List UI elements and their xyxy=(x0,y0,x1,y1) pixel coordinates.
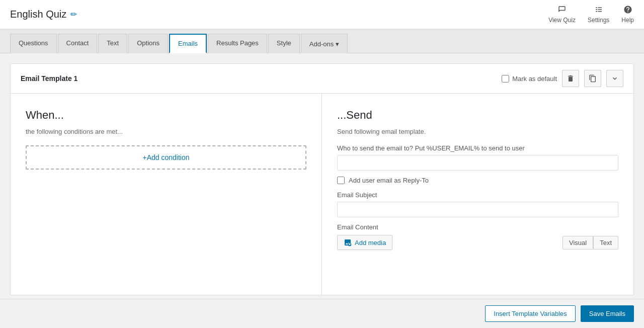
save-emails-button[interactable]: Save Emails xyxy=(581,305,634,322)
mark-as-default-label[interactable]: Mark as default xyxy=(502,75,557,83)
tab-questions[interactable]: Questions xyxy=(10,34,57,53)
help-label: Help xyxy=(621,17,634,24)
collapse-template-button[interactable] xyxy=(606,70,623,87)
tab-text[interactable]: Text xyxy=(98,34,127,53)
settings-label: Settings xyxy=(588,17,609,24)
send-panel: ...Send Send following email template. W… xyxy=(322,94,633,295)
visual-tab[interactable]: Visual xyxy=(562,236,593,250)
add-media-button[interactable]: Add media xyxy=(337,235,392,250)
help-icon xyxy=(623,5,632,16)
template-title: Email Template 1 xyxy=(21,74,77,83)
svg-rect-0 xyxy=(563,6,564,7)
tab-emails[interactable]: Emails xyxy=(169,34,207,53)
when-panel: When... the following conditions are met… xyxy=(11,94,322,295)
send-subtitle: Send following email template. xyxy=(337,128,618,135)
insert-template-variables-button[interactable]: Insert Template Variables xyxy=(485,305,575,322)
email-template-card: Email Template 1 Mark as default xyxy=(10,63,634,295)
trash-icon xyxy=(567,74,575,83)
chevron-down-icon xyxy=(611,74,619,83)
tab-results-pages[interactable]: Results Pages xyxy=(208,34,267,53)
delete-template-button[interactable] xyxy=(562,70,579,87)
to-email-label: Who to send the email to? Put %USER_EMAI… xyxy=(337,144,618,152)
help-button[interactable]: Help xyxy=(621,5,634,24)
view-quiz-label: View Quiz xyxy=(548,17,576,24)
template-body: When... the following conditions are met… xyxy=(11,94,633,295)
reply-to-row: Add user email as Reply-To xyxy=(337,177,618,184)
tab-style[interactable]: Style xyxy=(268,34,300,53)
send-title: ...Send xyxy=(337,109,618,122)
tab-add-ons[interactable]: Add-ons ▾ xyxy=(301,34,348,53)
tab-options[interactable]: Options xyxy=(128,34,168,53)
template-actions: Mark as default xyxy=(502,70,623,87)
tab-add-ons-label: Add-ons xyxy=(309,40,334,48)
reply-to-checkbox[interactable] xyxy=(337,177,345,184)
template-header: Email Template 1 Mark as default xyxy=(11,64,633,94)
settings-button[interactable]: Settings xyxy=(588,5,609,24)
reply-to-label[interactable]: Add user email as Reply-To xyxy=(349,177,429,184)
content-toolbar: Add media Visual Text xyxy=(337,235,618,250)
add-media-icon xyxy=(344,238,352,247)
tab-contact[interactable]: Contact xyxy=(58,34,98,53)
quiz-title-text: English Quiz xyxy=(10,9,66,20)
when-subtitle: the following conditions are met... xyxy=(26,128,306,135)
mark-as-default-text: Mark as default xyxy=(512,75,557,83)
main-content: Email Template 1 Mark as default xyxy=(0,53,644,305)
edit-title-icon[interactable]: ✏ xyxy=(70,10,77,19)
visual-text-tabs: Visual Text xyxy=(562,236,618,250)
add-condition-button[interactable]: +Add condition xyxy=(26,145,306,170)
dropdown-chevron-icon: ▾ xyxy=(336,40,339,48)
add-media-label: Add media xyxy=(355,239,386,247)
subject-label: Email Subject xyxy=(337,191,618,199)
view-quiz-button[interactable]: View Quiz xyxy=(548,5,576,24)
copy-icon xyxy=(589,74,597,83)
subject-input[interactable] xyxy=(337,202,618,217)
settings-icon xyxy=(594,5,603,16)
tabs-bar: Questions Contact Text Options Emails Re… xyxy=(0,29,644,53)
footer: Insert Template Variables Save Emails xyxy=(0,299,644,328)
header-actions: View Quiz Settings Help xyxy=(548,5,634,24)
content-label: Email Content xyxy=(337,223,618,231)
page-title: English Quiz ✏ xyxy=(10,9,77,20)
view-quiz-icon xyxy=(557,5,567,16)
text-tab[interactable]: Text xyxy=(593,236,618,250)
to-email-input[interactable] xyxy=(337,155,618,171)
mark-as-default-checkbox[interactable] xyxy=(502,75,509,83)
header: English Quiz ✏ View Quiz Settings xyxy=(0,0,644,29)
duplicate-template-button[interactable] xyxy=(584,70,601,87)
when-title: When... xyxy=(26,109,306,122)
